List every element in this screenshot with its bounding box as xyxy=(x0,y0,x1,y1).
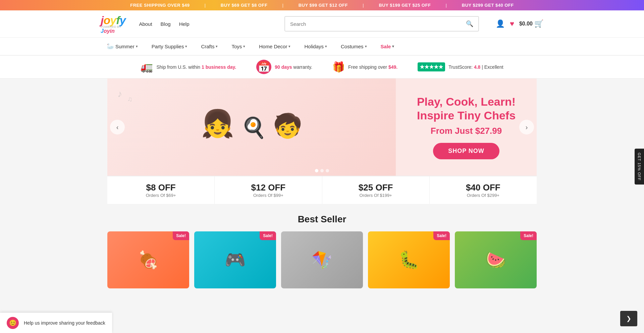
sale-badge-4: Sale! xyxy=(433,231,450,240)
nav-item-home-decor[interactable]: Home Decor ▾ xyxy=(253,39,297,54)
about-link[interactable]: About xyxy=(139,21,152,27)
nav-item-holidays[interactable]: Holidays ▾ xyxy=(298,39,333,54)
wishlist-icon[interactable]: ♥ xyxy=(510,19,514,28)
product-card-5[interactable]: Sale! 🍉 xyxy=(455,231,537,288)
blog-link[interactable]: Blog xyxy=(161,21,171,27)
cart-price: $0.00 xyxy=(519,21,533,27)
nav-item-costumes[interactable]: Costumes ▾ xyxy=(335,39,373,54)
promo-item-5: BUY $299 GET $40 OFF xyxy=(462,3,514,8)
hero-text-area: Play, Cook, Learn! Inspire Tiny Chefs Fr… xyxy=(396,78,537,176)
search-bar: 🔍 xyxy=(284,16,479,32)
nav-label-sale: Sale xyxy=(381,44,391,49)
hero-dots xyxy=(315,169,329,172)
product-grid: Sale! 🍖 Sale! 🎮 🪁 Sale! 🐛 Sale! 🍉 xyxy=(107,231,537,288)
hero-subtext: From Just $27.99 xyxy=(431,126,502,136)
chevron-down-icon: ▾ xyxy=(243,44,245,49)
truck-icon: 🚛 xyxy=(141,61,153,73)
chevron-down-icon: ▾ xyxy=(288,44,290,49)
promo-boxes: $8 OFF Orders Of $69+ $12 OFF Orders Of … xyxy=(107,176,537,204)
nav-label-home-decor: Home Decor xyxy=(259,44,287,49)
nav-item-crafts[interactable]: Crafts ▾ xyxy=(195,39,224,54)
nav-item-summer[interactable]: 🦢 Summer ▾ xyxy=(101,38,144,55)
chevron-down-icon: ▾ xyxy=(216,44,218,49)
hero-next-button[interactable]: › xyxy=(519,120,534,134)
account-icon[interactable]: 👤 xyxy=(496,19,505,28)
trust-score: ★★★★★ TrustScore: 4.8 | Excellent xyxy=(418,62,503,71)
promo-box-3: $25 OFF Orders Of $199+ xyxy=(322,176,430,204)
search-button[interactable]: 🔍 xyxy=(461,17,478,31)
product-card-4[interactable]: Sale! 🐛 xyxy=(368,231,450,288)
product-card-3[interactable]: 🪁 xyxy=(281,231,363,288)
trust-warranty: 📅 90 days warranty. xyxy=(256,60,312,74)
help-link[interactable]: Help xyxy=(179,21,190,27)
gift-icon: 🎁 xyxy=(332,61,345,73)
hero-image: 👧 🍳 🧒 ♪ ♫ xyxy=(107,78,396,176)
chevron-down-icon: ▾ xyxy=(185,44,187,49)
nav-label-costumes: Costumes xyxy=(341,44,364,49)
best-seller-section: Best Seller Sale! 🍖 Sale! 🎮 🪁 Sale! 🐛 Sa… xyxy=(107,204,537,295)
hero-slider: 👧 🍳 🧒 ♪ ♫ Play, Cook, Learn! Inspire Tin… xyxy=(107,78,537,204)
nav-item-sale[interactable]: Sale ▾ xyxy=(375,39,400,54)
nav-label-summer: Summer xyxy=(115,44,135,49)
chevron-down-icon: ▾ xyxy=(365,44,367,49)
promo-banner: FREE SHIPPING OVER $49 | BUY $69 GET $8 … xyxy=(0,0,644,10)
nav-label-party: Party Supplies xyxy=(152,44,184,49)
nav-bar: 🦢 Summer ▾ Party Supplies ▾ Crafts ▾ Toy… xyxy=(0,38,644,56)
promo-item-1: FREE SHIPPING OVER $49 xyxy=(130,3,190,8)
hero-headline: Play, Cook, Learn! Inspire Tiny Chefs xyxy=(417,95,516,122)
trustpilot-icon: ★★★★★ xyxy=(418,62,445,71)
calendar-icon: 📅 xyxy=(256,60,271,74)
search-input[interactable] xyxy=(285,17,461,31)
promo-box-4: $40 OFF Orders Of $299+ xyxy=(430,176,537,204)
promo-desc-4: Orders Of $299+ xyxy=(433,193,533,198)
nav-item-toys[interactable]: Toys ▾ xyxy=(225,39,251,54)
trust-bar: 🚛 Ship from U.S. within 1 business day. … xyxy=(0,56,644,78)
promo-item-3: BUY $99 GET $12 OFF xyxy=(299,3,348,8)
promo-amount-3: $25 OFF xyxy=(326,182,426,193)
header-icons: 👤 ♥ $0.00 🛒 xyxy=(496,19,543,28)
promo-item-4: BUY $199 GET $25 OFF xyxy=(379,3,431,8)
music-note-icon: ♫ xyxy=(127,95,132,103)
summer-icon: 🦢 xyxy=(107,43,114,50)
logo[interactable]: joyfy POWERED BY Joyin xyxy=(101,14,125,34)
header: joyfy POWERED BY Joyin About Blog Help 🔍… xyxy=(0,10,644,38)
cart-area[interactable]: $0.00 🛒 xyxy=(519,19,543,28)
hero-dot-2[interactable] xyxy=(320,169,324,172)
sale-badge-2: Sale! xyxy=(260,231,276,240)
promo-box-2: $12 OFF Orders Of $99+ xyxy=(215,176,322,204)
sale-badge-5: Sale! xyxy=(520,231,537,240)
promo-amount-2: $12 OFF xyxy=(218,182,318,193)
promo-item-2: BUY $69 GET $8 OFF xyxy=(221,3,268,8)
best-seller-title: Best Seller xyxy=(107,214,537,225)
promo-amount-1: $8 OFF xyxy=(111,182,211,193)
trust-free-shipping: 🎁 Free shipping over $49. xyxy=(332,61,397,73)
side-discount-tab[interactable]: GET 15% OFF xyxy=(635,149,644,185)
product-card-1[interactable]: Sale! 🍖 xyxy=(107,231,189,288)
nav-item-party-supplies[interactable]: Party Supplies ▾ xyxy=(146,39,194,54)
chevron-down-icon: ▾ xyxy=(392,44,394,49)
chevron-down-icon: ▾ xyxy=(325,44,327,49)
chevron-down-icon: ▾ xyxy=(136,44,138,49)
nav-label-crafts: Crafts xyxy=(201,44,214,49)
cart-icon: 🛒 xyxy=(534,19,543,28)
product-card-2[interactable]: Sale! 🎮 xyxy=(194,231,276,288)
nav-label-toys: Toys xyxy=(231,44,242,49)
promo-amount-4: $40 OFF xyxy=(433,182,533,193)
hero-dot-1[interactable] xyxy=(315,169,318,172)
promo-desc-2: Orders Of $99+ xyxy=(218,193,318,198)
music-note-icon: ♪ xyxy=(117,89,122,99)
sale-badge-1: Sale! xyxy=(173,231,189,240)
hero-shop-now-button[interactable]: SHOP NOW xyxy=(433,143,499,159)
hero-dot-3[interactable] xyxy=(326,169,329,172)
trust-shipping: 🚛 Ship from U.S. within 1 business day. xyxy=(141,61,236,73)
hero-prev-button[interactable]: ‹ xyxy=(110,120,125,134)
product-image-3: 🪁 xyxy=(281,231,363,288)
header-nav: About Blog Help xyxy=(139,21,189,27)
promo-box-1: $8 OFF Orders Of $69+ xyxy=(107,176,215,204)
promo-desc-3: Orders Of $199+ xyxy=(326,193,426,198)
promo-desc-1: Orders Of $69+ xyxy=(111,193,211,198)
nav-label-holidays: Holidays xyxy=(304,44,324,49)
